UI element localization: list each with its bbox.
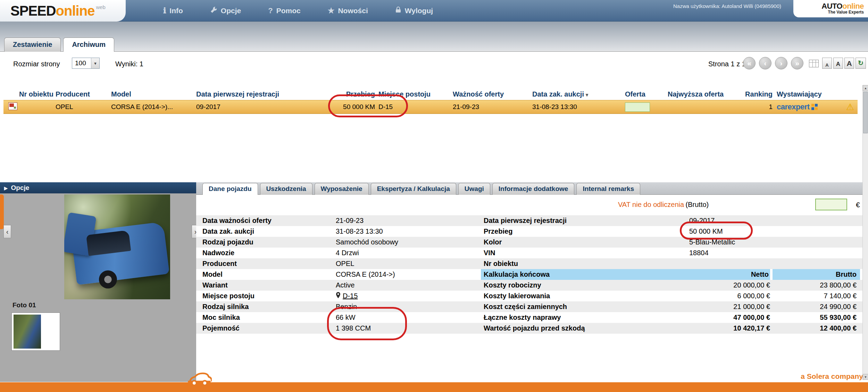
detail-label: Nadwozie bbox=[196, 249, 336, 257]
offer-amount-input[interactable] bbox=[815, 199, 847, 210]
photo-thumbnail[interactable] bbox=[11, 312, 60, 351]
kalk-brutto: 24 990,00 € bbox=[773, 303, 860, 311]
kalkulacja-row: Łączne koszty naprawy47 000,00 €55 930,0… bbox=[481, 312, 863, 323]
detail-label: Model bbox=[196, 270, 336, 278]
kalk-netto: 21 000,00 € bbox=[689, 303, 770, 311]
scroll-up-button[interactable]: ▲ bbox=[863, 85, 868, 91]
tab-zestawienie[interactable]: Zestawienie bbox=[4, 37, 61, 52]
detail-value: 4 Drzwi bbox=[336, 249, 481, 257]
font-size-large-button[interactable]: A bbox=[844, 58, 854, 69]
thumbnail-image bbox=[14, 315, 41, 349]
chevron-left-icon: ‹ bbox=[6, 228, 9, 236]
record-photo-icon bbox=[8, 102, 17, 110]
last-page-button[interactable]: » bbox=[791, 57, 803, 69]
options-panel-header[interactable]: ▸ Opcje bbox=[0, 182, 196, 193]
col-nr-obiektu[interactable]: Nr obiektu bbox=[3, 90, 56, 98]
detail-value: 5-Blau-Metallic bbox=[689, 238, 863, 246]
col-ranking[interactable]: Ranking bbox=[745, 90, 773, 98]
cell-waznosc-oferty: 21-09-23 bbox=[451, 103, 529, 111]
col-wystawiajacy[interactable]: Wystawiający bbox=[773, 90, 858, 98]
detail-label: Pojemność bbox=[196, 324, 336, 332]
location-pin-icon bbox=[336, 292, 341, 300]
font-size-medium-button[interactable]: A bbox=[833, 58, 843, 69]
menu-item-pomoc[interactable]: ? Pomoc bbox=[268, 6, 300, 15]
brand-auto-text: AUTO bbox=[821, 2, 842, 10]
first-page-button[interactable]: « bbox=[743, 57, 756, 69]
refresh-button[interactable]: ↻ bbox=[856, 58, 866, 69]
col-data-zak-aukcji[interactable]: Data zak. aukcji▾ bbox=[529, 90, 621, 98]
detail-row: Nr obiektu bbox=[481, 258, 863, 269]
detail-row: Rodzaj silnikaBenzin bbox=[196, 301, 481, 312]
vertical-scrollbar[interactable]: ▲ ▼ bbox=[862, 85, 868, 380]
first-page-icon: « bbox=[747, 59, 751, 67]
kalkulacja-header-row: Kalkulacja końcowa Netto Brutto bbox=[481, 269, 863, 280]
detail-row: ProducentOPEL bbox=[196, 258, 481, 269]
col-waznosc-oferty[interactable]: Ważność oferty bbox=[451, 90, 529, 98]
col-model[interactable]: Model bbox=[111, 90, 196, 98]
location-link[interactable]: D-15 bbox=[336, 292, 358, 300]
tab-internal-remarks[interactable]: Internal remarks bbox=[576, 183, 640, 195]
kalkulacja-row: Koszty robocizny20 000,00 €23 800,00 € bbox=[481, 280, 863, 291]
details-right-column: Data pierwszej rejestracji09-2017 Przebi… bbox=[481, 215, 863, 334]
detail-value: D-15 bbox=[336, 292, 481, 300]
col-najwyzsza-oferta[interactable]: Najwyższa oferta bbox=[665, 90, 745, 98]
font-size-small-button[interactable]: A bbox=[822, 58, 832, 69]
detail-label: Wariant bbox=[196, 281, 336, 289]
tab-uszkodzenia[interactable]: Uszkodzenia bbox=[260, 183, 312, 195]
options-panel-title: Opcje bbox=[11, 184, 30, 192]
kalk-label: Koszty lakierowania bbox=[481, 292, 689, 300]
tab-ekspertyza-kalkulacja[interactable]: Ekspertyza / Kalkulacja bbox=[371, 183, 456, 195]
panel-arrow-icon: ▸ bbox=[4, 184, 8, 192]
brand-tagline: The Value Experts bbox=[793, 10, 864, 15]
menu-item-opcje[interactable]: Opcje bbox=[210, 6, 241, 16]
tab-label: Zestawienie bbox=[13, 41, 52, 48]
solera-company-text: a Solera company bbox=[801, 372, 863, 381]
menu-item-wyloguj[interactable]: Wyloguj bbox=[395, 6, 433, 15]
menu-item-info[interactable]: ℹ Info bbox=[163, 6, 183, 15]
photo-caption: Foto 01 bbox=[12, 301, 36, 309]
col-oferta[interactable]: Oferta bbox=[621, 90, 665, 98]
detail-value: 66 kW bbox=[336, 314, 481, 322]
scroll-down-button[interactable]: ▼ bbox=[863, 374, 868, 380]
detail-row: ModelCORSA E (2014->) bbox=[196, 269, 481, 280]
col-producent[interactable]: Producent bbox=[56, 90, 111, 98]
offer-input-box[interactable] bbox=[625, 102, 650, 112]
cell-nr-obiektu bbox=[3, 102, 56, 112]
col-data-rejestracji[interactable]: Data pierwszej rejestracji bbox=[196, 90, 339, 98]
menu-label: Opcje bbox=[221, 7, 241, 15]
vehicle-photo[interactable] bbox=[64, 194, 170, 299]
kalk-brutto: 23 800,00 € bbox=[773, 281, 860, 289]
col-przebieg[interactable]: Przebieg bbox=[339, 90, 375, 98]
top-header-bar: ℹ Info Opcje ? Pomoc ★ Nowości bbox=[0, 0, 868, 22]
tab-wyposazenie[interactable]: Wyposażenie bbox=[315, 183, 369, 195]
detail-row: Data pierwszej rejestracji09-2017 bbox=[481, 215, 863, 226]
table-row[interactable]: OPEL CORSA E (2014->)... 09-2017 50 000 … bbox=[3, 100, 858, 114]
column-settings-icon[interactable] bbox=[809, 60, 819, 67]
kalk-label: Koszty robocizny bbox=[481, 281, 689, 289]
cell-ranking: 1 bbox=[745, 103, 773, 111]
detail-label: Moc silnika bbox=[196, 314, 336, 322]
next-page-button[interactable]: › bbox=[775, 57, 787, 69]
detail-label: Data pierwszej rejestracji bbox=[481, 217, 689, 225]
menu-item-nowosci[interactable]: ★ Nowości bbox=[328, 6, 368, 15]
help-icon: ? bbox=[268, 6, 273, 15]
carexpert-squares-icon bbox=[811, 104, 818, 110]
tab-archiwum[interactable]: Archiwum bbox=[63, 37, 114, 52]
photo-prev-button[interactable]: ‹ bbox=[3, 225, 11, 238]
detail-row: Rodzaj pojazduSamochód osobowy bbox=[196, 237, 481, 248]
carexpert-text: carexpert bbox=[777, 102, 810, 111]
prev-page-button[interactable]: ‹ bbox=[759, 57, 771, 69]
panel-collapse-handle[interactable] bbox=[0, 194, 4, 229]
tab-informacje-dodatkowe[interactable]: Informacje dodatkowe bbox=[492, 183, 575, 195]
page-size-select[interactable]: 100 ▾ bbox=[72, 58, 100, 69]
scroll-down-icon: ▼ bbox=[864, 375, 867, 379]
kalkulacja-title: Kalkulacja końcowa bbox=[481, 270, 751, 278]
col-miejsce-postoju[interactable]: Miejsce postoju bbox=[375, 90, 451, 98]
warning-icon[interactable]: ⚠ bbox=[846, 102, 854, 111]
brutto-header: Brutto bbox=[773, 269, 860, 280]
logo-online-text: online bbox=[56, 3, 95, 19]
scrollbar-thumb[interactable] bbox=[863, 92, 868, 133]
tab-uwagi[interactable]: Uwagi bbox=[458, 183, 490, 195]
detail-label: Miejsce postoju bbox=[196, 292, 336, 300]
tab-dane-pojazdu[interactable]: Dane pojazdu bbox=[202, 183, 258, 195]
